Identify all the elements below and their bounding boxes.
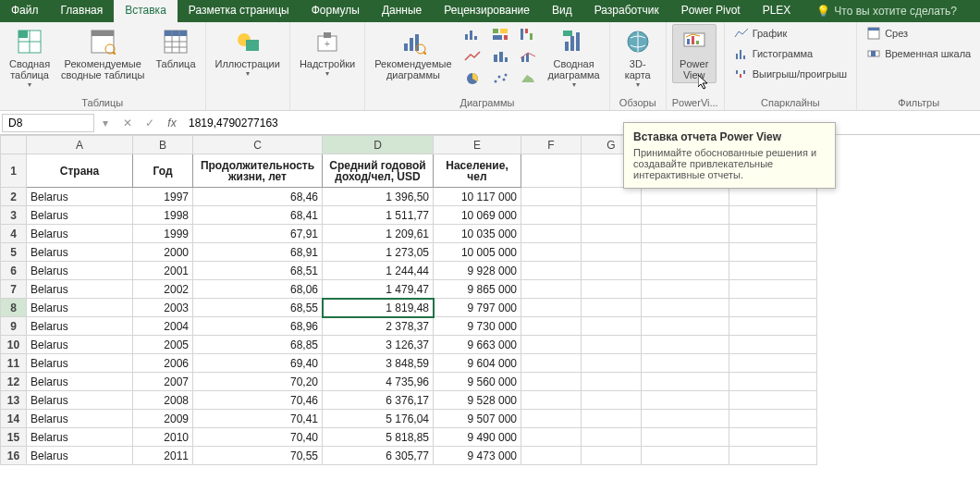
cell[interactable]: Belarus: [27, 243, 133, 262]
column-chart-icon[interactable]: [459, 24, 485, 44]
row-header[interactable]: 9: [1, 317, 27, 336]
cell[interactable]: 2002: [133, 280, 193, 299]
cell[interactable]: [729, 243, 817, 262]
row-header[interactable]: 7: [1, 280, 27, 299]
cell[interactable]: Belarus: [27, 391, 133, 410]
cell[interactable]: [582, 243, 642, 262]
waterfall-chart-icon[interactable]: [515, 24, 541, 44]
cell[interactable]: Belarus: [27, 206, 133, 225]
cell[interactable]: Belarus: [27, 299, 133, 317]
cell[interactable]: [521, 188, 582, 206]
scatter-chart-icon[interactable]: [487, 68, 513, 89]
row-header[interactable]: 11: [1, 354, 27, 373]
cell[interactable]: 67,91: [193, 225, 323, 243]
tell-me[interactable]: 💡 Что вы хотите сделать?: [809, 0, 964, 22]
cell[interactable]: 1 511,77: [323, 206, 434, 225]
cell[interactable]: 70,55: [193, 447, 323, 465]
line-chart-icon[interactable]: [459, 46, 485, 67]
cell[interactable]: 3 126,37: [323, 336, 434, 354]
cell[interactable]: 68,91: [193, 243, 323, 262]
cell[interactable]: [582, 262, 642, 280]
cell[interactable]: 2008: [133, 391, 193, 410]
cell[interactable]: 1997: [133, 188, 193, 206]
sparkline-column-button[interactable]: Гистограмма: [730, 44, 851, 63]
cell[interactable]: [582, 206, 642, 225]
cell[interactable]: [642, 373, 729, 391]
cell[interactable]: [642, 447, 729, 465]
cell[interactable]: 1998: [133, 206, 193, 225]
cell[interactable]: [729, 299, 817, 317]
cell[interactable]: [521, 317, 582, 336]
cell[interactable]: 10 117 000: [434, 188, 521, 206]
cell[interactable]: [729, 428, 817, 447]
addins-button[interactable]: + Надстройки ▾: [296, 24, 359, 80]
cell[interactable]: Belarus: [27, 317, 133, 336]
row-header[interactable]: 3: [1, 206, 27, 225]
row-header[interactable]: 13: [1, 391, 27, 410]
cell[interactable]: 2005: [133, 336, 193, 354]
fx-icon[interactable]: fx: [161, 117, 183, 129]
cell[interactable]: 10 035 000: [434, 225, 521, 243]
cell[interactable]: [642, 206, 729, 225]
cell[interactable]: [521, 373, 582, 391]
row-header[interactable]: 16: [1, 447, 27, 465]
tab-Формулы[interactable]: Формулы: [300, 0, 371, 22]
cell[interactable]: 68,55: [193, 299, 323, 317]
cell[interactable]: Belarus: [27, 373, 133, 391]
cell[interactable]: 2007: [133, 373, 193, 391]
cell[interactable]: Belarus: [27, 188, 133, 206]
slicer-button[interactable]: Срез: [863, 24, 974, 43]
cell[interactable]: 1 819,48: [323, 299, 434, 317]
cell[interactable]: [582, 391, 642, 410]
col-header[interactable]: B: [133, 136, 193, 154]
cancel-icon[interactable]: ✕: [116, 115, 139, 131]
name-box[interactable]: [2, 114, 94, 132]
cell[interactable]: 2006: [133, 354, 193, 373]
cell[interactable]: [582, 354, 642, 373]
cell[interactable]: 3 848,59: [323, 354, 434, 373]
timeline-button[interactable]: Временная шкала: [863, 44, 974, 63]
cell[interactable]: 9 528 000: [434, 391, 521, 410]
cell[interactable]: 9 663 000: [434, 336, 521, 354]
row-header[interactable]: 6: [1, 262, 27, 280]
row-header[interactable]: 14: [1, 410, 27, 428]
cell[interactable]: Belarus: [27, 410, 133, 428]
cell[interactable]: 1 209,61: [323, 225, 434, 243]
tab-Рецензирование[interactable]: Рецензирование: [433, 0, 541, 22]
cell[interactable]: 68,51: [193, 262, 323, 280]
cell[interactable]: Страна: [27, 154, 133, 188]
tab-Главная[interactable]: Главная: [50, 0, 115, 22]
cell[interactable]: [642, 410, 729, 428]
cell[interactable]: 68,96: [193, 317, 323, 336]
cell[interactable]: 2 378,37: [323, 317, 434, 336]
illustrations-button[interactable]: Иллюстрации ▾: [212, 24, 284, 80]
tab-PLEX[interactable]: PLEX: [752, 0, 802, 22]
cell[interactable]: 1 273,05: [323, 243, 434, 262]
recommended-pivot-button[interactable]: Рекомендуемые сводные таблицы: [57, 24, 148, 83]
cell[interactable]: 2000: [133, 243, 193, 262]
cell[interactable]: [729, 354, 817, 373]
cell[interactable]: [729, 317, 817, 336]
row-header[interactable]: 12: [1, 373, 27, 391]
formula-input[interactable]: [183, 115, 980, 131]
cell[interactable]: [521, 225, 582, 243]
cell[interactable]: Belarus: [27, 262, 133, 280]
3d-map-button[interactable]: 3D- карта ▾: [616, 24, 660, 92]
cell[interactable]: 2009: [133, 410, 193, 428]
cell[interactable]: Belarus: [27, 280, 133, 299]
cell[interactable]: [642, 225, 729, 243]
cell[interactable]: [642, 262, 729, 280]
file-tab[interactable]: Файл: [0, 0, 50, 22]
row-header[interactable]: 10: [1, 336, 27, 354]
tab-Разметка страницы[interactable]: Разметка страницы: [178, 0, 300, 22]
cell[interactable]: [521, 410, 582, 428]
col-header[interactable]: C: [193, 136, 323, 154]
recommended-charts-button[interactable]: Рекомендуемые диаграммы: [371, 24, 455, 83]
cell[interactable]: 6 305,77: [323, 447, 434, 465]
cell[interactable]: 70,46: [193, 391, 323, 410]
cell[interactable]: [521, 243, 582, 262]
cell[interactable]: 68,85: [193, 336, 323, 354]
cell[interactable]: [729, 262, 817, 280]
cell[interactable]: 6 376,17: [323, 391, 434, 410]
cell[interactable]: Продолжительностьжизни, лет: [193, 154, 323, 188]
